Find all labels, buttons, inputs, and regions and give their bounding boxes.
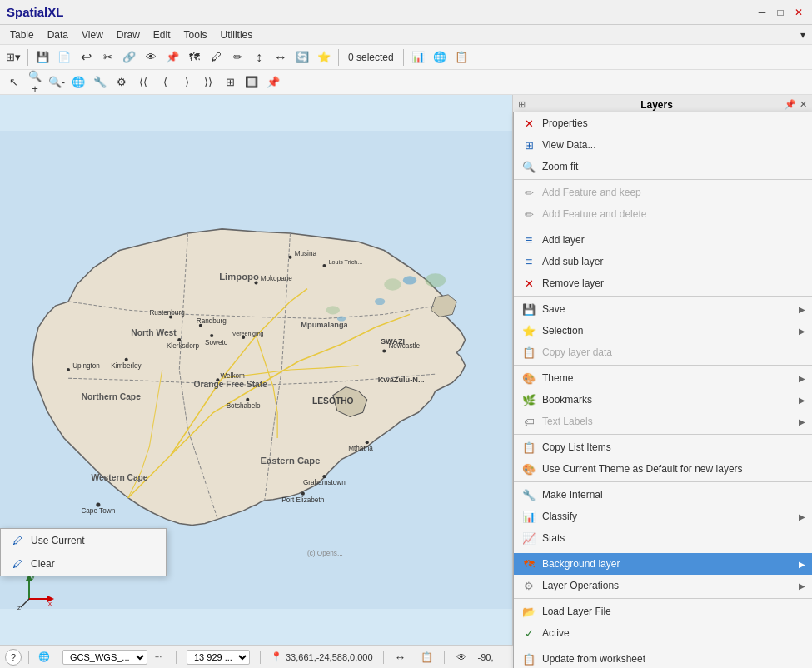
- svg-text:Grahamstown: Grahamstown: [303, 479, 346, 486]
- tb-scissors[interactable]: ✂: [97, 47, 117, 67]
- tb-move-h[interactable]: ↔: [271, 47, 291, 67]
- menu-draw[interactable]: Draw: [110, 27, 147, 42]
- cm-bookmarks[interactable]: 🌿 Bookmarks ▶: [514, 389, 812, 411]
- tb-pin[interactable]: 📌: [162, 47, 182, 67]
- tb-globe[interactable]: 🌐: [430, 47, 450, 67]
- menu-right-arrow[interactable]: ▾: [800, 29, 809, 41]
- status-coords: 33,661,-24,588,0,000: [286, 652, 373, 662]
- menu-table[interactable]: Table: [3, 27, 41, 42]
- status-zoom-dropdown[interactable]: 13 929 ...: [187, 650, 250, 665]
- load-layer-file-icon: 📂: [521, 603, 537, 620]
- tb-zoom-in[interactable]: 🔍+: [25, 72, 45, 92]
- active-icon: ✓: [521, 625, 537, 641]
- cm-sep-2: [514, 227, 812, 227]
- cm-sep-9: [514, 646, 812, 646]
- cm-active[interactable]: ✓ Active: [514, 622, 812, 644]
- layer-operations-arrow: ▶: [799, 581, 805, 591]
- cm-use-current-theme[interactable]: 🎨 Use Current Theme as Default for new l…: [514, 458, 812, 480]
- cm-properties[interactable]: ✕ Properties: [514, 112, 812, 134]
- app-title: SpatialXL: [7, 5, 63, 19]
- tb-first[interactable]: ⟨⟨: [133, 72, 153, 92]
- cm-make-internal[interactable]: 🔧 Make Internal: [514, 484, 812, 506]
- tb-move-v[interactable]: ↕: [249, 47, 269, 67]
- maximize-button[interactable]: □: [774, 6, 787, 19]
- panel-close-btn[interactable]: ✕: [800, 99, 807, 110]
- tb-wrench[interactable]: 🔧: [90, 72, 110, 92]
- tb-save[interactable]: 💾: [32, 47, 52, 67]
- cm-update-from-worksheet[interactable]: 📋 Update from worksheet: [514, 648, 812, 668]
- tb-clipboard[interactable]: 📋: [451, 47, 471, 67]
- cm-load-layer-file[interactable]: 📂 Load Layer File: [514, 601, 812, 622]
- cm-layer-operations[interactable]: ⚙ Layer Operations ▶: [514, 575, 812, 596]
- cm-background-layer[interactable]: 🗺 Background layer ▶: [514, 553, 812, 575]
- cm-copy-list-items[interactable]: 📋 Copy List Items: [514, 436, 812, 458]
- cm-selection[interactable]: ⭐ Selection ▶: [514, 320, 812, 341]
- svg-point-22: [322, 264, 326, 267]
- cm-sep-1: [514, 179, 812, 180]
- tb-pen[interactable]: 🖊: [206, 47, 226, 67]
- bookmarks-icon: 🌿: [521, 391, 537, 408]
- status-crs-dots-btn[interactable]: ···: [151, 647, 166, 667]
- status-sep-4: [383, 651, 384, 664]
- tb-new[interactable]: 📄: [54, 47, 74, 67]
- status-table-btn[interactable]: 📋: [417, 647, 437, 667]
- tb-map[interactable]: 🗺: [184, 47, 204, 67]
- cm-add-layer[interactable]: ≡ Add layer: [514, 229, 812, 251]
- cm-stats[interactable]: 📈 Stats: [514, 527, 812, 549]
- svg-text:Botshabelo: Botshabelo: [227, 402, 261, 410]
- cm-classify[interactable]: 📊 Classify ▶: [514, 506, 812, 527]
- tb-table-dropdown[interactable]: ⊞▾: [3, 47, 23, 67]
- tb-rotate[interactable]: 🔄: [292, 47, 312, 67]
- tb-eye[interactable]: 👁: [141, 47, 161, 67]
- tb-select-box[interactable]: 🔲: [242, 72, 262, 92]
- menu-edit[interactable]: Edit: [147, 27, 177, 42]
- tb-prev[interactable]: ⟨: [155, 72, 175, 92]
- svg-point-42: [125, 358, 128, 361]
- sm-clear[interactable]: 🖊 Clear: [1, 552, 166, 576]
- status-eye-btn[interactable]: 👁: [451, 647, 471, 667]
- cm-make-internal-label: Make Internal: [542, 489, 805, 501]
- status-coords-item: 📍 33,661,-24,588,0,000: [267, 651, 376, 662]
- tb-globe2[interactable]: 🌐: [68, 72, 88, 92]
- svg-point-36: [216, 378, 219, 381]
- cm-add-sub-layer[interactable]: ≡ Add sub layer: [514, 251, 812, 272]
- cm-add-feature-delete-label: Add Feature and delete: [542, 208, 805, 220]
- add-feature-delete-icon: ✏: [521, 206, 537, 222]
- cm-theme[interactable]: 🎨 Theme ▶: [514, 367, 812, 389]
- tb-select-arrow[interactable]: ↖: [3, 72, 23, 92]
- minimize-button[interactable]: ─: [755, 6, 769, 19]
- cm-save[interactable]: 💾 Save ▶: [514, 298, 812, 320]
- cm-view-data[interactable]: ⊞ View Data...: [514, 134, 812, 156]
- menu-utilities[interactable]: Utilities: [214, 27, 260, 42]
- tb-stats[interactable]: 📊: [408, 47, 428, 67]
- cm-bookmarks-label: Bookmarks: [542, 394, 799, 406]
- status-nav-btn[interactable]: ↔: [391, 647, 411, 667]
- panel-pin-btn[interactable]: 📌: [785, 99, 796, 110]
- menu-tools[interactable]: Tools: [177, 27, 214, 42]
- cm-copy-layer-data: 📋 Copy layer data: [514, 341, 812, 363]
- menu-data[interactable]: Data: [41, 27, 75, 42]
- tb-star[interactable]: ⭐: [314, 47, 334, 67]
- tb-settings[interactable]: ⚙: [112, 72, 132, 92]
- sm-use-current[interactable]: 🖊 Use Current: [1, 529, 166, 552]
- menu-view[interactable]: View: [75, 27, 110, 42]
- tb-last[interactable]: ⟩⟩: [198, 72, 218, 92]
- cm-remove-layer[interactable]: ✕ Remove layer: [514, 272, 812, 294]
- tb-undo[interactable]: ↩: [76, 47, 96, 67]
- bookmarks-arrow: ▶: [799, 396, 805, 405]
- tb-flag[interactable]: 📌: [263, 72, 283, 92]
- text-labels-arrow: ▶: [799, 417, 805, 426]
- tb-next[interactable]: ⟩: [177, 72, 197, 92]
- svg-point-34: [177, 338, 181, 341]
- tb-pencil[interactable]: ✏: [227, 47, 247, 67]
- status-sep-3: [260, 651, 261, 664]
- status-help-btn[interactable]: ?: [5, 649, 22, 666]
- tb-grid[interactable]: ⊞: [220, 72, 240, 92]
- svg-text:Mokopane: Mokopane: [261, 275, 293, 282]
- cm-zoom-fit[interactable]: 🔍 Zoom fit: [514, 156, 812, 177]
- tb-link[interactable]: 🔗: [119, 47, 139, 67]
- status-globe-btn[interactable]: 🌐: [36, 649, 52, 666]
- close-button[interactable]: ✕: [792, 6, 805, 19]
- status-crs-dropdown[interactable]: GCS_WGS_...: [62, 650, 147, 665]
- tb-zoom-out[interactable]: 🔍-: [47, 72, 67, 92]
